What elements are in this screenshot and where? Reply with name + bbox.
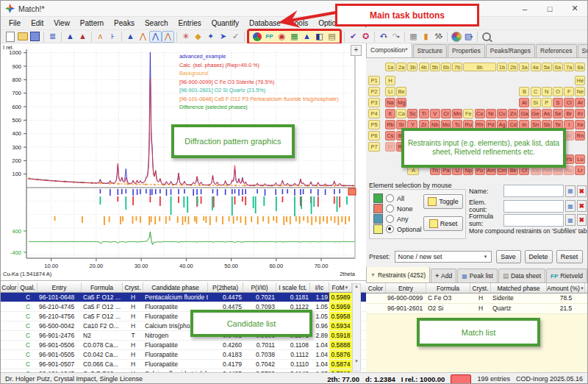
group-header-6a[interactable]: 6a (553, 63, 563, 71)
element-k[interactable]: K (385, 109, 395, 118)
element-cu[interactable]: Cu (497, 109, 507, 118)
row-label-p3[interactable]: P3 (368, 98, 380, 107)
element-mg[interactable]: Mg (396, 98, 406, 107)
candidate-col-9[interactable]: I/Ic (310, 282, 329, 292)
element-mn[interactable]: Mn (452, 109, 462, 118)
tab-peaks-ranges[interactable]: Peaks/Ranges (486, 44, 535, 57)
element-se[interactable]: Se (553, 109, 563, 118)
diffraction-pattern-pane[interactable]: 10.0020.0030.0040.0050.0060.0070.0010020… (1, 43, 367, 280)
identify-phase-icon[interactable]: ◉ (276, 31, 288, 43)
subtab-rietveld[interactable]: FPRietveld (546, 269, 587, 282)
row-label-p4[interactable]: P4 (368, 109, 380, 118)
element-ti[interactable]: Ti (419, 109, 429, 118)
menu-tools[interactable]: Tools (286, 18, 313, 29)
element-ge[interactable]: Ge (531, 109, 541, 118)
menu-search[interactable]: Search (140, 18, 173, 29)
tab-structure[interactable]: Structure (413, 44, 448, 57)
element-xe[interactable]: Xe (575, 120, 585, 129)
tab-subfiles[interactable]: Subfiles (578, 44, 588, 57)
menu-edit[interactable]: Edit (26, 18, 49, 29)
group-header-3a[interactable]: 3a (519, 63, 529, 71)
group-header-4a[interactable]: 4a (531, 63, 541, 71)
redo-icon[interactable]: ↷▾ (390, 31, 402, 43)
element-sc[interactable]: Sc (407, 109, 417, 118)
element-al[interactable]: Al (519, 98, 529, 107)
optional-radio[interactable] (386, 225, 394, 233)
element-lr[interactable]: Lr (575, 166, 585, 175)
element-fe[interactable]: Fe (463, 109, 473, 118)
menu-file[interactable]: File (4, 18, 26, 29)
element-he[interactable]: He (575, 76, 585, 85)
minimize-button[interactable]: – (512, 1, 537, 16)
save-file-icon[interactable] (29, 31, 41, 43)
name-input[interactable] (503, 185, 564, 197)
preset-reset-button[interactable]: Reset (556, 250, 583, 263)
edit-2theta-icon[interactable]: ▲ (76, 31, 89, 43)
preset-save-button[interactable]: Save (496, 250, 521, 263)
candidate-col-10[interactable]: FoM ▼ (329, 282, 352, 292)
element-o[interactable]: O (553, 87, 563, 96)
element-zn[interactable]: Zn (508, 109, 518, 118)
group-header-8a[interactable]: 8a (575, 63, 585, 71)
subtab-data-sheet[interactable]: ▤Data sheet (498, 269, 545, 282)
reset-elements-button[interactable]: Reset (423, 216, 463, 231)
candidate-row[interactable]: C96-901-0507C0.066 Ca...HFluorapatite0.4… (1, 360, 366, 369)
formula-sum-clear-icon[interactable]: ✖ (577, 214, 587, 226)
element-cr[interactable]: Cr (441, 109, 451, 118)
peak-data-icon[interactable]: ▲ (64, 31, 76, 43)
subtab-restraints--4252-[interactable]: ▼Restraints (4252) (366, 267, 430, 282)
entries-list-icon[interactable]: ≣ (46, 31, 59, 43)
candidate-col-3[interactable]: Formula (82, 282, 123, 292)
peak-fit-icon[interactable]: ▲ (301, 31, 313, 43)
candidate-row[interactable]: C96-101-0648Ca5 F O12 ...HPentacalcium f… (1, 293, 366, 302)
profile-columns-icon[interactable]: ꜔ (107, 31, 119, 43)
formula-sum-input[interactable] (503, 214, 564, 227)
element-f[interactable]: F (564, 87, 574, 96)
row-label-p7[interactable]: P7 (368, 142, 380, 152)
match-col-2[interactable]: Formula (426, 283, 470, 293)
search-match-icon[interactable]: ✳ (179, 31, 192, 43)
group-header-7b[interactable]: 7b (452, 63, 462, 71)
menu-database[interactable]: Database (244, 18, 286, 29)
all-radio[interactable] (386, 194, 394, 202)
formula-sum-table-icon[interactable]: ▦ (565, 214, 575, 226)
group-header-1b[interactable]: 1b (497, 63, 507, 71)
tab-composition-[interactable]: Composition* (366, 43, 412, 57)
fit-peaks-icon[interactable]: ⋀ (149, 31, 162, 43)
name-clear-icon[interactable]: ✖ (577, 185, 587, 197)
element-rn[interactable]: Rn (575, 131, 585, 141)
group-header-1a[interactable]: 1a (385, 63, 395, 71)
candidate-col-8[interactable]: I scale fct. (276, 282, 310, 292)
name-table-icon[interactable]: ▦ (565, 185, 575, 197)
element-si[interactable]: Si (531, 98, 541, 107)
maximize-button[interactable]: □ (537, 1, 562, 16)
element-cs[interactable]: Cs (385, 131, 395, 141)
candidate-row[interactable]: C96-901-0505C0.042 Ca...HFluorapatite0.4… (1, 350, 366, 360)
quantitative-icon[interactable]: ◧ (313, 31, 326, 43)
row-label-p1[interactable]: P1 (368, 76, 380, 85)
online-db-icon[interactable]: ✪ (359, 31, 372, 43)
element-cl[interactable]: Cl (564, 98, 574, 107)
candidate-col-7[interactable]: P(I/I0) (243, 282, 276, 292)
element-na[interactable]: Na (385, 98, 395, 107)
elem--count-table-icon[interactable]: ▦ (565, 200, 575, 212)
group-header-4b[interactable]: 4b (419, 63, 429, 71)
element-c[interactable]: C (531, 87, 541, 96)
undo-icon[interactable]: ↶▾ (377, 31, 390, 43)
menu-pattern[interactable]: Pattern (75, 18, 109, 29)
element-kr[interactable]: Kr (575, 109, 585, 118)
candidate-row[interactable]: C96-901-0506C0.078 Ca...HFluorapatite0.4… (1, 341, 366, 350)
element-co[interactable]: Co (475, 109, 485, 118)
single-peak-icon[interactable]: ▲ (124, 31, 137, 43)
menu-quantify[interactable]: Quantify (207, 18, 244, 29)
match-row[interactable]: 96-900-0099C Fe O3HSiderite78.5 (366, 294, 588, 304)
group-header-3b[interactable]: 3b (407, 63, 417, 71)
element-br[interactable]: Br (564, 109, 574, 118)
row-label-p6[interactable]: P6 (368, 131, 380, 141)
pie-quantify-icon[interactable] (251, 31, 263, 43)
group-header-2a[interactable]: 2a (396, 63, 406, 71)
element-v[interactable]: V (430, 109, 440, 118)
menu-entries[interactable]: Entries (173, 18, 207, 29)
element-lu[interactable]: Lu (575, 154, 585, 164)
element-rb[interactable]: Rb (385, 120, 395, 129)
